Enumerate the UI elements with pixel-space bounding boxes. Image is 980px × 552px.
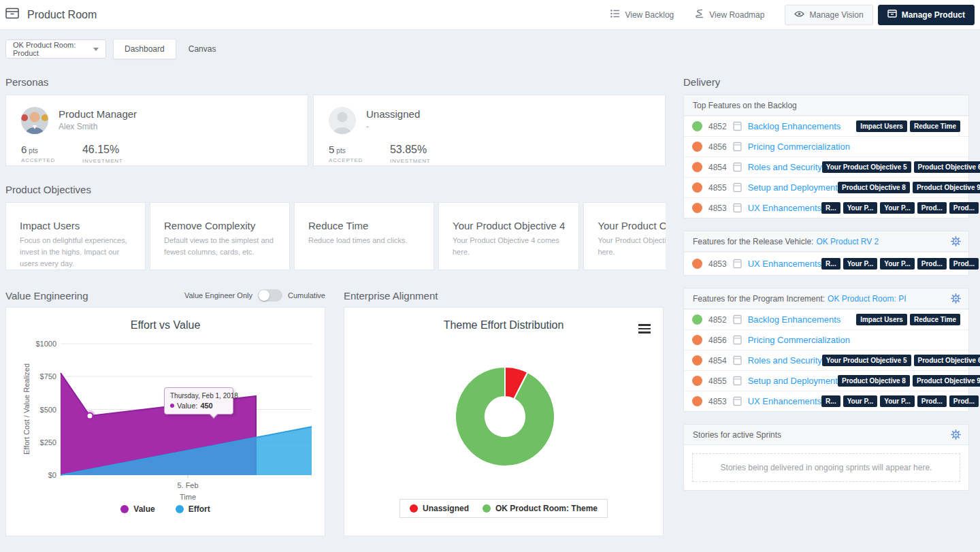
feature-link[interactable]: UX Enhancements (748, 259, 821, 269)
feature-link[interactable]: Setup and Deployment (748, 376, 838, 386)
objective-badge[interactable]: Impact Users (856, 120, 907, 132)
feature-link[interactable]: Backlog Enhancements (748, 314, 841, 325)
objectives-heading: Product Objectives (5, 184, 666, 195)
feature-id: 4853 (708, 397, 727, 406)
objective-badge[interactable]: Product Objective 8 (838, 375, 910, 387)
feature-link[interactable]: Pricing Commercialization (748, 142, 850, 152)
objective-badge[interactable]: Product Objective 8 (838, 182, 910, 193)
objective-badge[interactable]: Prod... (949, 258, 979, 270)
feature-card-icon[interactable] (733, 142, 742, 152)
view-backlog-button[interactable]: View Backlog (610, 9, 674, 20)
chevron-down-icon (93, 48, 99, 51)
objective-badge[interactable]: Your Product Objective 5 (822, 161, 911, 173)
feature-link[interactable]: Pricing Commercialization (748, 335, 850, 345)
x-axis-title: Time (180, 493, 196, 501)
feature-link[interactable]: Roles and Security (748, 355, 822, 366)
view-roadmap-button[interactable]: View Roadmap (694, 9, 764, 20)
objective-badge[interactable]: R... (821, 395, 840, 407)
objective-badge[interactable]: Your P... (880, 258, 915, 270)
effort-legend-dot (176, 505, 184, 513)
legend-item-theme[interactable]: OK Product Room: Theme (483, 504, 598, 513)
objective-badge[interactable]: Prod... (949, 202, 979, 214)
gear-icon[interactable] (951, 293, 961, 306)
objective-badge[interactable]: Your P... (843, 258, 878, 270)
status-dot (692, 396, 702, 406)
objective-card[interactable]: Impact Users Focus on delightful experie… (5, 202, 146, 270)
feature-link[interactable]: Roles and Security (748, 162, 822, 172)
feature-id: 4855 (708, 376, 727, 386)
legend-item-unassigned[interactable]: Unassigned (410, 504, 469, 513)
objective-badge[interactable]: Prod... (917, 395, 947, 407)
objective-card[interactable]: Remove Complexity Default views to the s… (150, 202, 290, 270)
objective-card[interactable]: Reduce Time Reduce load times and clicks… (294, 202, 434, 270)
feature-link[interactable]: Setup and Deployment (748, 182, 838, 193)
objective-badge[interactable]: Your P... (843, 202, 878, 214)
objective-badge[interactable]: Impact Users (856, 314, 907, 325)
donut-legend: Unassigned OK Product Room: Theme (399, 499, 608, 518)
feature-id: 4852 (708, 122, 727, 131)
objective-badge[interactable]: Prod... (917, 258, 947, 270)
objective-badge[interactable]: Your P... (880, 395, 915, 407)
feature-id: 4854 (708, 356, 727, 366)
objective-badge[interactable]: Your P... (843, 395, 878, 407)
objective-badge[interactable]: R... (821, 202, 840, 214)
donut-chart-plot (344, 341, 663, 496)
program-increment-link[interactable]: OK Product Room: PI (828, 294, 906, 304)
hovered-point-marker[interactable] (87, 413, 93, 419)
feature-row: 4853 UX Enhancements R... Your P... Your… (684, 252, 968, 275)
objective-card[interactable]: Your Product Objective 5 Your Product Ob… (583, 202, 666, 270)
feature-id: 4856 (708, 142, 727, 152)
feature-card-icon[interactable] (733, 162, 742, 172)
gear-icon[interactable] (951, 236, 961, 248)
tab-canvas[interactable]: Canvas (189, 44, 216, 54)
legend-item-effort[interactable]: Effort (176, 504, 210, 514)
objective-badge[interactable]: Reduce Time (910, 120, 960, 132)
manage-product-button[interactable]: Manage Product (878, 5, 975, 25)
status-dot (692, 162, 702, 172)
objective-badge[interactable]: Your Product Objective 5 (822, 355, 911, 366)
legend-item-value[interactable]: Value (120, 504, 154, 514)
objective-badge[interactable]: R... (821, 258, 840, 270)
product-box-icon (887, 10, 897, 20)
feature-id: 4853 (708, 204, 727, 213)
feature-card-icon[interactable] (733, 259, 742, 269)
sprints-empty-state: Stories being delivered in ongoing sprin… (692, 453, 960, 482)
feature-card-icon[interactable] (733, 335, 742, 345)
objective-badge[interactable]: Product Objective 6 (914, 355, 980, 366)
feature-row: 4856 Pricing Commercialization (684, 329, 968, 350)
theme-legend-dot (483, 504, 491, 513)
feature-card-icon[interactable] (733, 355, 742, 366)
feature-link[interactable]: Backlog Enhancements (748, 121, 841, 131)
objective-card[interactable]: Your Product Objective 4 Your Product Ob… (438, 202, 579, 270)
status-dot (692, 203, 702, 213)
feature-card-icon[interactable] (733, 376, 742, 386)
release-vehicle-link[interactable]: OK Product RV 2 (816, 237, 879, 246)
objective-badge[interactable]: Your P... (880, 202, 915, 214)
objective-badge[interactable]: Prod... (949, 395, 979, 407)
feature-link[interactable]: UX Enhancements (748, 396, 821, 406)
chart-menu-icon[interactable] (638, 324, 651, 336)
room-select-dropdown[interactable]: OK Product Room: Product (5, 39, 106, 59)
tab-dashboard[interactable]: Dashboard (113, 39, 176, 59)
persona-subtitle: - (366, 122, 420, 131)
objective-badge[interactable]: Reduce Time (910, 314, 960, 325)
area-chart-plot: $1000 $750 $500 $250 $0 5. Feb Time Effo… (6, 334, 325, 504)
objective-badge[interactable]: Product Objective 9 (913, 182, 980, 193)
feature-card-icon[interactable] (733, 396, 742, 406)
avatar (329, 107, 356, 137)
manage-vision-button[interactable]: Manage Vision (785, 5, 872, 25)
cumulative-toggle[interactable] (258, 289, 282, 302)
feature-card-icon[interactable] (733, 121, 742, 131)
objective-badge[interactable]: Product Objective 6 (914, 161, 980, 173)
feature-card-icon[interactable] (733, 314, 742, 325)
accepted-stat: 5pts ACCEPTED (329, 144, 363, 164)
status-dot (692, 259, 702, 269)
feature-link[interactable]: UX Enhancements (748, 203, 821, 213)
toggle-knob[interactable] (259, 290, 270, 301)
value-legend-dot (120, 505, 129, 513)
objective-badge[interactable]: Product Objective 9 (913, 375, 980, 387)
gear-icon[interactable] (951, 429, 961, 442)
feature-card-icon[interactable] (733, 182, 742, 193)
objective-badge[interactable]: Prod... (917, 202, 947, 214)
feature-card-icon[interactable] (733, 203, 742, 213)
